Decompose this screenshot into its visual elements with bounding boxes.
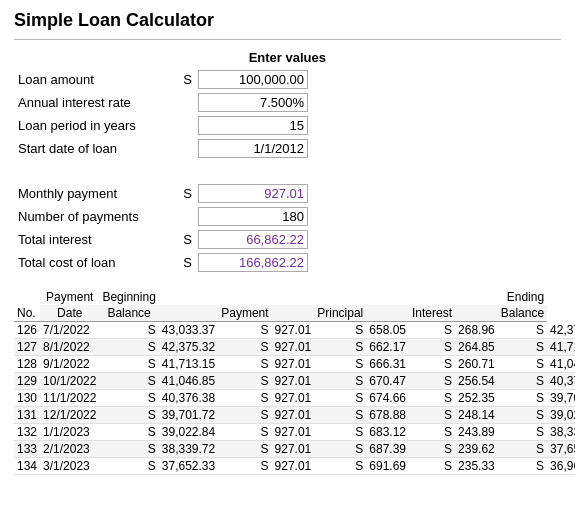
- th-beg-bal2: Balance: [99, 305, 158, 321]
- cell-date: 12/1/2022: [40, 407, 99, 424]
- cell-beg-bal: 38,339.72: [159, 441, 218, 458]
- cell-interest: 235.33: [455, 458, 498, 475]
- input-label-2: Loan period in years: [16, 115, 176, 136]
- cell-beg-bal-s: S: [99, 458, 158, 475]
- cell-beg-bal: 41,046.85: [159, 373, 218, 390]
- cell-prin-s: S: [314, 373, 366, 390]
- input-field-1[interactable]: [198, 93, 308, 112]
- cell-prin-s: S: [314, 441, 366, 458]
- cell-no: 134: [14, 458, 40, 475]
- cell-interest: 252.35: [455, 390, 498, 407]
- cell-pay-s: S: [218, 390, 271, 407]
- input-dollar-2: [178, 115, 194, 136]
- cell-no: 132: [14, 424, 40, 441]
- cell-end-s: S: [498, 424, 547, 441]
- cell-principal: 670.47: [366, 373, 409, 390]
- cell-end-s: S: [498, 441, 547, 458]
- result-field-0: [198, 184, 308, 203]
- cell-prin-s: S: [314, 339, 366, 356]
- cell-principal: 658.05: [366, 322, 409, 339]
- th-date: Payment: [40, 289, 99, 305]
- cell-prin-s: S: [314, 322, 366, 339]
- result-dollar-2: S: [178, 229, 194, 250]
- cell-pay-s: S: [218, 441, 271, 458]
- cell-beg-bal-s: S: [99, 441, 158, 458]
- inputs-section: Enter values Loan amountSAnnual interest…: [14, 50, 561, 275]
- cell-pay-s: S: [218, 373, 271, 390]
- cell-date: 3/1/2023: [40, 458, 99, 475]
- cell-prin-s: S: [314, 458, 366, 475]
- cell-payment: 927.01: [272, 339, 315, 356]
- cell-interest: 256.54: [455, 373, 498, 390]
- cell-principal: 678.88: [366, 407, 409, 424]
- th-end-bal: Ending: [498, 289, 547, 305]
- th-principal2: Principal: [314, 305, 366, 321]
- result-dollar-0: S: [178, 183, 194, 204]
- cell-prin-s: S: [314, 390, 366, 407]
- cell-principal: 687.39: [366, 441, 409, 458]
- table-row: 129 10/1/2022 S 41,046.85 S 927.01 S 670…: [14, 373, 575, 390]
- cell-principal: 674.66: [366, 390, 409, 407]
- result-label-2: Total interest: [16, 229, 176, 250]
- cell-date: 2/1/2023: [40, 441, 99, 458]
- cell-pay-s: S: [218, 322, 271, 339]
- input-dollar-1: [178, 92, 194, 113]
- cell-date: 8/1/2022: [40, 339, 99, 356]
- cell-payment: 927.01: [272, 356, 315, 373]
- amortization-table: No. Payment Beginning Ending Date Balanc…: [14, 289, 575, 475]
- cell-interest: 243.89: [455, 424, 498, 441]
- th-int-s2: [366, 305, 409, 321]
- th-prin-s: [272, 289, 315, 305]
- cell-principal: 691.69: [366, 458, 409, 475]
- cell-end-s: S: [498, 390, 547, 407]
- cell-beg-bal-s: S: [99, 373, 158, 390]
- result-dollar-3: S: [178, 252, 194, 273]
- cell-beg-bal: 40,376.38: [159, 390, 218, 407]
- cell-principal: 666.31: [366, 356, 409, 373]
- th-end-s: [455, 289, 498, 305]
- input-dollar-0: S: [178, 69, 194, 90]
- cell-beg-bal-s: S: [99, 390, 158, 407]
- table-row: 130 11/1/2022 S 40,376.38 S 927.01 S 674…: [14, 390, 575, 407]
- result-field-3: [198, 253, 308, 272]
- result-dollar-1: [178, 206, 194, 227]
- th-interest2: Interest: [409, 305, 455, 321]
- cell-beg-bal-s: S: [99, 356, 158, 373]
- cell-payment: 927.01: [272, 424, 315, 441]
- cell-no: 131: [14, 407, 40, 424]
- input-field-0[interactable]: [198, 70, 308, 89]
- cell-pay-s: S: [218, 458, 271, 475]
- cell-prin-s: S: [314, 407, 366, 424]
- cell-interest: 264.85: [455, 339, 498, 356]
- cell-beg-bal-s: S: [99, 322, 158, 339]
- cell-payment: 927.01: [272, 373, 315, 390]
- table-row: 134 3/1/2023 S 37,652.33 S 927.01 S 691.…: [14, 458, 575, 475]
- inputs-table: Loan amountSAnnual interest rateLoan per…: [14, 67, 334, 161]
- cell-end-bal: 42,375.32: [547, 322, 575, 339]
- cell-interest: 239.62: [455, 441, 498, 458]
- th-principal: [314, 289, 366, 305]
- cell-end-bal: 38,339.72: [547, 424, 575, 441]
- th-end-s2: [455, 305, 498, 321]
- input-label-1: Annual interest rate: [16, 92, 176, 113]
- input-field-3[interactable]: [198, 139, 308, 158]
- cell-beg-bal-s: S: [99, 339, 158, 356]
- cell-interest: 260.71: [455, 356, 498, 373]
- cell-payment: 927.01: [272, 407, 315, 424]
- page-title: Simple Loan Calculator: [14, 10, 561, 40]
- table-row: 132 1/1/2023 S 39,022.84 S 927.01 S 683.…: [14, 424, 575, 441]
- cell-payment: 927.01: [272, 441, 315, 458]
- cell-date: 10/1/2022: [40, 373, 99, 390]
- result-field-1: [198, 207, 308, 226]
- cell-end-bal: 41,046.85: [547, 356, 575, 373]
- cell-beg-bal: 41,713.15: [159, 356, 218, 373]
- cell-int-s: S: [409, 458, 455, 475]
- cell-int-s: S: [409, 322, 455, 339]
- table-row: 128 9/1/2022 S 41,713.15 S 927.01 S 666.…: [14, 356, 575, 373]
- cell-principal: 662.17: [366, 339, 409, 356]
- cell-int-s: S: [409, 339, 455, 356]
- table-row: 131 12/1/2022 S 39,701.72 S 927.01 S 678…: [14, 407, 575, 424]
- cell-end-s: S: [498, 339, 547, 356]
- table-row: 127 8/1/2022 S 42,375.32 S 927.01 S 662.…: [14, 339, 575, 356]
- input-field-2[interactable]: [198, 116, 308, 135]
